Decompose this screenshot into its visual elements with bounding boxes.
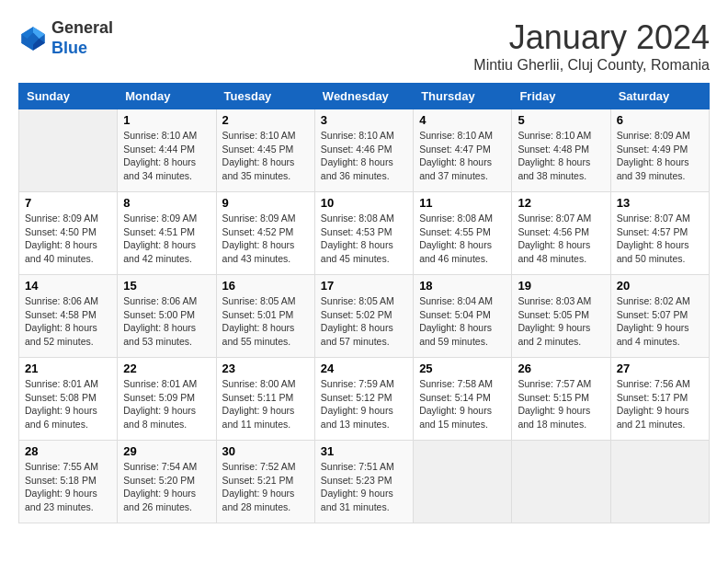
calendar-body: 1Sunrise: 8:10 AM Sunset: 4:44 PM Daylig… [19,109,710,523]
calendar-cell: 12Sunrise: 8:07 AM Sunset: 4:56 PM Dayli… [512,192,610,275]
calendar-cell: 17Sunrise: 8:05 AM Sunset: 5:02 PM Dayli… [314,275,413,358]
calendar-cell: 10Sunrise: 8:08 AM Sunset: 4:53 PM Dayli… [314,192,413,275]
day-info: Sunrise: 8:02 AM Sunset: 5:07 PM Dayligh… [617,294,703,349]
calendar-cell [512,441,610,523]
day-info: Sunrise: 7:54 AM Sunset: 5:20 PM Dayligh… [123,460,210,514]
calendar-cell: 25Sunrise: 7:58 AM Sunset: 5:14 PM Dayli… [414,358,512,441]
header-cell-monday: Monday [118,84,216,109]
day-number: 17 [321,279,407,293]
day-number: 11 [419,196,506,210]
calendar-cell: 1Sunrise: 8:10 AM Sunset: 4:44 PM Daylig… [118,109,216,192]
day-info: Sunrise: 7:55 AM Sunset: 5:18 PM Dayligh… [25,460,111,514]
header-cell-saturday: Saturday [610,84,709,109]
day-number: 6 [617,113,703,127]
calendar-cell: 9Sunrise: 8:09 AM Sunset: 4:52 PM Daylig… [216,192,314,275]
day-number: 26 [518,362,604,375]
day-info: Sunrise: 8:00 AM Sunset: 5:11 PM Dayligh… [222,377,309,431]
header-cell-tuesday: Tuesday [216,84,314,109]
day-number: 10 [321,196,407,210]
day-number: 18 [419,279,506,293]
day-info: Sunrise: 8:06 AM Sunset: 4:58 PM Dayligh… [25,294,111,349]
day-info: Sunrise: 8:10 AM Sunset: 4:45 PM Dayligh… [222,129,309,183]
day-info: Sunrise: 8:10 AM Sunset: 4:47 PM Dayligh… [419,129,506,183]
calendar-cell: 28Sunrise: 7:55 AM Sunset: 5:18 PM Dayli… [19,441,118,523]
day-info: Sunrise: 8:10 AM Sunset: 4:46 PM Dayligh… [321,129,407,183]
calendar-cell: 15Sunrise: 8:06 AM Sunset: 5:00 PM Dayli… [118,275,216,358]
day-info: Sunrise: 8:08 AM Sunset: 4:55 PM Dayligh… [419,212,506,266]
day-info: Sunrise: 8:06 AM Sunset: 5:00 PM Dayligh… [123,294,210,349]
title-block: January 2024 Mintiu Gherlii, Cluj County… [473,18,710,74]
day-info: Sunrise: 7:59 AM Sunset: 5:12 PM Dayligh… [321,377,407,431]
day-number: 22 [123,362,210,375]
calendar-cell: 20Sunrise: 8:02 AM Sunset: 5:07 PM Dayli… [610,275,709,358]
day-number: 25 [419,362,506,375]
calendar-cell: 24Sunrise: 7:59 AM Sunset: 5:12 PM Dayli… [314,358,413,441]
day-number: 27 [617,362,703,375]
day-number: 28 [25,444,111,458]
day-info: Sunrise: 8:09 AM Sunset: 4:51 PM Dayligh… [123,212,210,266]
header-cell-thursday: Thursday [414,84,512,109]
day-number: 16 [222,279,309,293]
calendar-cell: 4Sunrise: 8:10 AM Sunset: 4:47 PM Daylig… [414,109,512,192]
calendar-cell: 2Sunrise: 8:10 AM Sunset: 4:45 PM Daylig… [216,109,314,192]
day-number: 14 [25,279,111,293]
day-number: 19 [518,279,604,293]
day-info: Sunrise: 7:56 AM Sunset: 5:17 PM Dayligh… [617,377,703,431]
day-number: 12 [518,196,604,210]
day-number: 21 [25,362,111,375]
logo-icon [18,24,48,53]
calendar-week-3: 14Sunrise: 8:06 AM Sunset: 4:58 PM Dayli… [19,275,710,358]
day-number: 1 [123,113,210,127]
day-info: Sunrise: 8:05 AM Sunset: 5:01 PM Dayligh… [222,294,309,349]
day-info: Sunrise: 8:08 AM Sunset: 4:53 PM Dayligh… [321,212,407,266]
calendar-cell: 5Sunrise: 8:10 AM Sunset: 4:48 PM Daylig… [512,109,610,192]
calendar-header: SundayMondayTuesdayWednesdayThursdayFrid… [19,84,710,109]
calendar-cell: 19Sunrise: 8:03 AM Sunset: 5:05 PM Dayli… [512,275,610,358]
day-info: Sunrise: 8:05 AM Sunset: 5:02 PM Dayligh… [321,294,407,349]
calendar-cell: 3Sunrise: 8:10 AM Sunset: 4:46 PM Daylig… [314,109,413,192]
main-title: January 2024 [473,18,710,57]
day-number: 24 [321,362,407,375]
day-info: Sunrise: 8:04 AM Sunset: 5:04 PM Dayligh… [419,294,506,349]
calendar-cell: 18Sunrise: 8:04 AM Sunset: 5:04 PM Dayli… [414,275,512,358]
header-cell-wednesday: Wednesday [314,84,413,109]
day-info: Sunrise: 7:58 AM Sunset: 5:14 PM Dayligh… [419,377,506,431]
day-info: Sunrise: 7:51 AM Sunset: 5:23 PM Dayligh… [321,460,407,514]
day-info: Sunrise: 8:10 AM Sunset: 4:48 PM Dayligh… [518,129,604,183]
day-number: 3 [321,113,407,127]
day-info: Sunrise: 8:07 AM Sunset: 4:56 PM Dayligh… [518,212,604,266]
subtitle: Mintiu Gherlii, Cluj County, Romania [473,57,710,74]
logo-text: General Blue [51,18,113,58]
day-info: Sunrise: 8:01 AM Sunset: 5:09 PM Dayligh… [123,377,210,431]
calendar-week-1: 1Sunrise: 8:10 AM Sunset: 4:44 PM Daylig… [19,109,710,192]
calendar-cell [19,109,118,192]
day-number: 13 [617,196,703,210]
calendar-cell: 11Sunrise: 8:08 AM Sunset: 4:55 PM Dayli… [414,192,512,275]
header-row: SundayMondayTuesdayWednesdayThursdayFrid… [19,84,710,109]
calendar-week-4: 21Sunrise: 8:01 AM Sunset: 5:08 PM Dayli… [19,358,710,441]
calendar-cell: 7Sunrise: 8:09 AM Sunset: 4:50 PM Daylig… [19,192,118,275]
day-info: Sunrise: 7:52 AM Sunset: 5:21 PM Dayligh… [222,460,309,514]
calendar-cell: 13Sunrise: 8:07 AM Sunset: 4:57 PM Dayli… [610,192,709,275]
header-cell-friday: Friday [512,84,610,109]
calendar-cell: 26Sunrise: 7:57 AM Sunset: 5:15 PM Dayli… [512,358,610,441]
calendar-cell: 21Sunrise: 8:01 AM Sunset: 5:08 PM Dayli… [19,358,118,441]
day-info: Sunrise: 8:09 AM Sunset: 4:50 PM Dayligh… [25,212,111,266]
calendar-cell: 22Sunrise: 8:01 AM Sunset: 5:09 PM Dayli… [118,358,216,441]
day-info: Sunrise: 8:09 AM Sunset: 4:49 PM Dayligh… [617,129,703,183]
page-header: General Blue January 2024 Mintiu Gherlii… [18,18,710,74]
day-info: Sunrise: 8:09 AM Sunset: 4:52 PM Dayligh… [222,212,309,266]
day-info: Sunrise: 8:03 AM Sunset: 5:05 PM Dayligh… [518,294,604,349]
calendar-cell: 30Sunrise: 7:52 AM Sunset: 5:21 PM Dayli… [216,441,314,523]
day-number: 29 [123,444,210,458]
calendar-cell: 29Sunrise: 7:54 AM Sunset: 5:20 PM Dayli… [118,441,216,523]
day-info: Sunrise: 8:10 AM Sunset: 4:44 PM Dayligh… [123,129,210,183]
day-number: 23 [222,362,309,375]
calendar-cell: 14Sunrise: 8:06 AM Sunset: 4:58 PM Dayli… [19,275,118,358]
day-number: 7 [25,196,111,210]
day-info: Sunrise: 8:07 AM Sunset: 4:57 PM Dayligh… [617,212,703,266]
calendar-cell [414,441,512,523]
day-number: 15 [123,279,210,293]
calendar-cell: 6Sunrise: 8:09 AM Sunset: 4:49 PM Daylig… [610,109,709,192]
day-number: 2 [222,113,309,127]
